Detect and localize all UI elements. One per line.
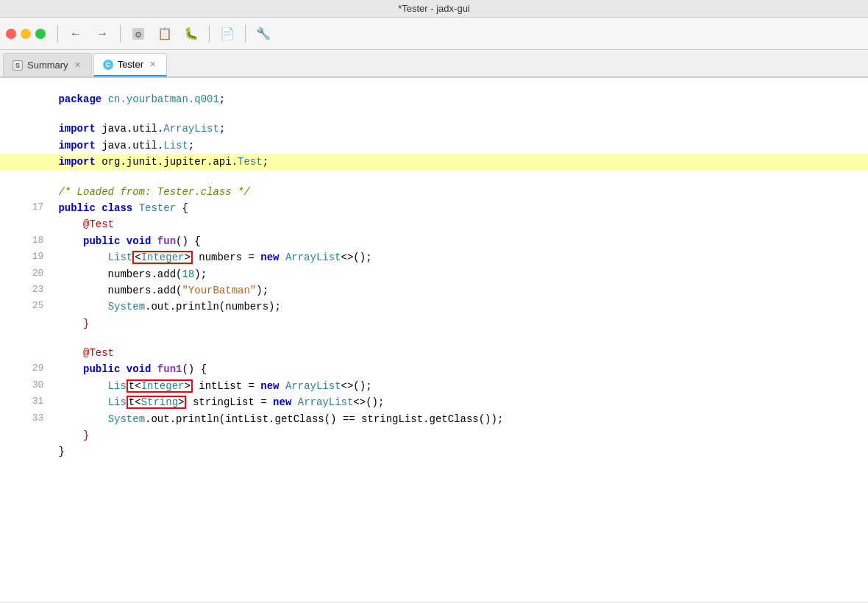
table-row: 20 numbers.add(18);: [0, 266, 868, 282]
tabs-bar: S Summary ✕ C Tester ✕: [0, 50, 868, 78]
summary-tab-label: Summary: [27, 60, 68, 71]
window-title: *Tester - jadx-gui: [398, 3, 470, 14]
separator-1: [57, 25, 58, 43]
bug-button[interactable]: 🐛: [179, 22, 203, 46]
table-row: }: [0, 443, 868, 460]
code-table: package cn.yourbatman.q001; import java.…: [0, 78, 868, 460]
table-row: import java.util.List;: [0, 138, 868, 154]
table-row: [0, 78, 868, 91]
table-row: 25 System.out.println(numbers);: [0, 299, 868, 315]
tab-summary[interactable]: S Summary ✕: [3, 53, 92, 76]
table-row: 33 System.out.println(intList.getClass()…: [0, 411, 868, 427]
maximize-window-btn[interactable]: [35, 29, 46, 39]
tester-tab-icon: C: [103, 60, 113, 70]
table-row: [0, 171, 868, 184]
table-row: @Test: [0, 216, 868, 232]
table-row: }: [0, 315, 868, 332]
table-row: package cn.yourbatman.q001;: [0, 91, 868, 107]
forward-button[interactable]: →: [90, 22, 114, 46]
title-bar: *Tester - jadx-gui: [0, 0, 868, 18]
decompile-button[interactable]: ⚙: [127, 22, 150, 46]
table-row: 17 public class Tester {: [0, 200, 868, 216]
clipboard-button[interactable]: 📋: [153, 22, 177, 46]
table-row: 23 numbers.add("YourBatman");: [0, 282, 868, 299]
tester-tab-label: Tester: [118, 59, 143, 70]
close-window-btn[interactable]: [6, 29, 16, 39]
file-button[interactable]: 📄: [216, 22, 239, 46]
summary-tab-close[interactable]: ✕: [73, 60, 82, 70]
table-row: import java.util.ArrayList;: [0, 121, 868, 137]
minimize-window-btn[interactable]: [21, 29, 31, 39]
table-row: 30 List<Integer> intList = new ArrayList…: [0, 378, 868, 394]
tester-tab-close[interactable]: ✕: [148, 60, 157, 69]
separator-3: [209, 25, 210, 43]
table-row: 29 public void fun1() {: [0, 361, 868, 377]
settings-button[interactable]: 🔧: [252, 22, 275, 46]
table-row: [0, 107, 868, 121]
code-editor[interactable]: package cn.yourbatman.q001; import java.…: [0, 78, 868, 602]
table-row: 18 public void fun() {: [0, 233, 868, 249]
table-row: @Test: [0, 345, 868, 361]
back-button[interactable]: ←: [64, 22, 88, 46]
table-row: 31 List<String> stringList = new ArrayLi…: [0, 394, 868, 410]
table-row: [0, 332, 868, 345]
table-row: }: [0, 427, 868, 443]
toolbar: ← → ⚙ 📋 🐛 📄 🔧: [0, 18, 868, 50]
table-row: import org.junit.jupiter.api.Test;: [0, 154, 868, 170]
table-row: /* Loaded from: Tester.class */: [0, 184, 868, 200]
svg-text:⚙: ⚙: [135, 30, 142, 39]
separator-4: [245, 25, 246, 43]
separator-2: [120, 25, 121, 43]
tab-tester[interactable]: C Tester ✕: [93, 53, 167, 76]
summary-tab-icon: S: [13, 60, 23, 71]
table-row: 19 List<Integer> numbers = new ArrayList…: [0, 249, 868, 265]
